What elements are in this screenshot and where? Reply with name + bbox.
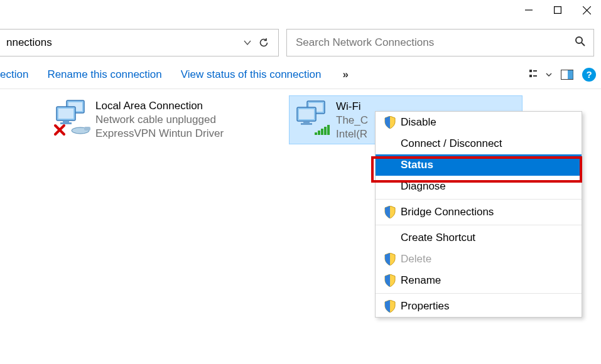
search-input[interactable] — [295, 36, 575, 50]
help-button[interactable]: ? — [582, 68, 596, 82]
ctx-rename[interactable]: Rename — [376, 270, 582, 291]
toolbar-more[interactable]: » — [342, 68, 348, 81]
svg-rect-32 — [327, 125, 330, 135]
svg-rect-6 — [529, 70, 532, 72]
svg-line-5 — [582, 43, 585, 46]
svg-rect-11 — [568, 70, 573, 79]
context-menu: Disable Connect / Disconnect Status Diag… — [375, 111, 582, 318]
ctx-properties[interactable]: Properties — [376, 296, 582, 317]
svg-rect-16 — [63, 120, 69, 122]
connection-device: ExpressVPN Wintun Driver — [95, 127, 224, 141]
svg-rect-21 — [84, 127, 90, 131]
ctx-diagnose[interactable]: Diagnose — [376, 176, 582, 197]
toolbar-rename[interactable]: Rename this connection — [47, 68, 161, 81]
connection-status: Network cable unplugged — [95, 113, 224, 127]
ctx-connect-disconnect[interactable]: Connect / Disconnect — [376, 133, 582, 154]
close-button[interactable] — [572, 0, 601, 20]
chevron-down-icon[interactable] — [239, 38, 256, 47]
command-bar: ection Rename this connection View statu… — [0, 60, 601, 89]
svg-rect-8 — [529, 75, 532, 77]
svg-rect-29 — [318, 131, 320, 135]
svg-rect-17 — [60, 122, 72, 124]
ctx-create-shortcut[interactable]: Create Shortcut — [376, 227, 582, 249]
svg-rect-31 — [324, 127, 327, 135]
ctx-separator — [376, 199, 582, 200]
shield-icon — [384, 206, 401, 218]
view-options-button[interactable] — [529, 69, 552, 80]
connection-icon-wifi — [293, 99, 336, 136]
connection-status: The_C — [336, 114, 368, 127]
svg-rect-27 — [301, 123, 312, 125]
svg-rect-30 — [321, 129, 323, 135]
connection-icon — [53, 98, 95, 136]
ctx-separator — [376, 225, 582, 225]
title-bar — [0, 0, 601, 25]
nav-row: nnections — [0, 25, 601, 60]
svg-rect-15 — [58, 109, 73, 119]
toolbar-cmd-1[interactable]: ection — [0, 68, 28, 81]
toolbar-view-status[interactable]: View status of this connection — [181, 68, 322, 81]
shield-icon — [384, 116, 401, 129]
preview-pane-button[interactable] — [561, 70, 573, 80]
connection-name: Wi-Fi — [336, 100, 368, 114]
ctx-separator — [376, 293, 582, 294]
content-area: Local Area Connection Network cable unpl… — [0, 89, 601, 144]
svg-rect-25 — [299, 109, 314, 119]
address-text: nnections — [6, 36, 239, 49]
ctx-disable[interactable]: Disable — [376, 112, 582, 133]
ctx-status[interactable]: Status — [376, 154, 582, 176]
search-box[interactable] — [286, 29, 594, 56]
shield-icon — [384, 300, 401, 313]
ctx-delete: Delete — [376, 249, 582, 270]
minimize-button[interactable] — [514, 0, 543, 20]
svg-rect-26 — [303, 121, 310, 123]
svg-point-4 — [576, 37, 582, 43]
connection-device: Intel(R — [336, 127, 368, 141]
search-icon[interactable] — [575, 36, 586, 50]
connection-item[interactable]: Local Area Connection Network cable unpl… — [49, 95, 283, 144]
ctx-bridge[interactable]: Bridge Connections — [376, 201, 582, 223]
shield-icon — [384, 253, 401, 265]
shield-icon — [384, 274, 401, 287]
address-bar[interactable]: nnections — [0, 29, 279, 56]
maximize-button[interactable] — [543, 0, 572, 20]
connection-name: Local Area Connection — [95, 99, 224, 113]
svg-rect-28 — [315, 132, 317, 135]
svg-rect-7 — [533, 70, 537, 72]
svg-rect-9 — [533, 75, 537, 77]
refresh-icon[interactable] — [256, 37, 272, 48]
svg-rect-1 — [555, 7, 561, 14]
